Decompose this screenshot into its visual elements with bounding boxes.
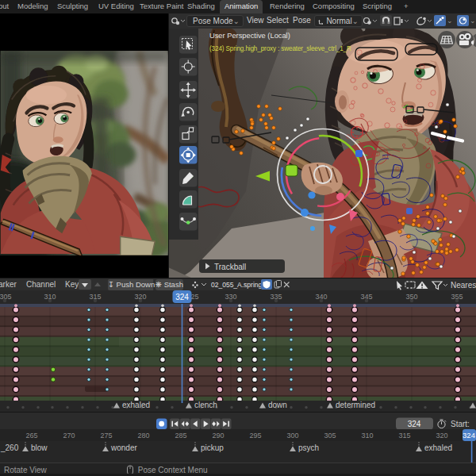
svg-text:310: 310 <box>361 432 373 440</box>
svg-text:324: 324 <box>463 431 475 440</box>
svg-text:295: 295 <box>249 432 261 440</box>
svg-text:(324) Spring.high_proxy : swea: (324) Spring.high_proxy : sweater_sleeve… <box>209 45 351 52</box>
svg-text:285: 285 <box>175 432 186 440</box>
svg-text:psych: psych <box>298 443 319 452</box>
svg-text:clench: clench <box>194 401 217 409</box>
svg-text:315: 315 <box>398 432 410 440</box>
svg-text:User Perspective (Local): User Perspective (Local) <box>209 32 290 40</box>
svg-text:324: 324 <box>175 293 189 301</box>
svg-text:265: 265 <box>25 432 37 440</box>
svg-text:exhaled: exhaled <box>122 401 150 409</box>
svg-text:_260: _260 <box>0 443 19 452</box>
svg-text:320: 320 <box>436 432 447 440</box>
svg-text:blow: blow <box>31 443 48 452</box>
svg-text:280: 280 <box>137 432 149 440</box>
svg-text:305: 305 <box>324 432 336 440</box>
svg-text:290: 290 <box>212 432 224 440</box>
svg-text:Nearest F: Nearest F <box>451 281 476 290</box>
svg-text:324: 324 <box>408 420 421 428</box>
svg-text:Trackball: Trackball <box>214 263 246 271</box>
svg-text:determined: determined <box>336 401 375 409</box>
svg-text:300: 300 <box>286 432 298 440</box>
svg-text:275: 275 <box>100 432 112 440</box>
svg-text:wonder: wonder <box>110 443 137 452</box>
svg-text:270: 270 <box>63 432 75 440</box>
svg-text:down: down <box>268 401 287 409</box>
svg-text:pickup: pickup <box>201 443 224 452</box>
svg-text:Start:: Start: <box>451 420 470 428</box>
svg-text:exhaled: exhaled <box>424 443 452 452</box>
